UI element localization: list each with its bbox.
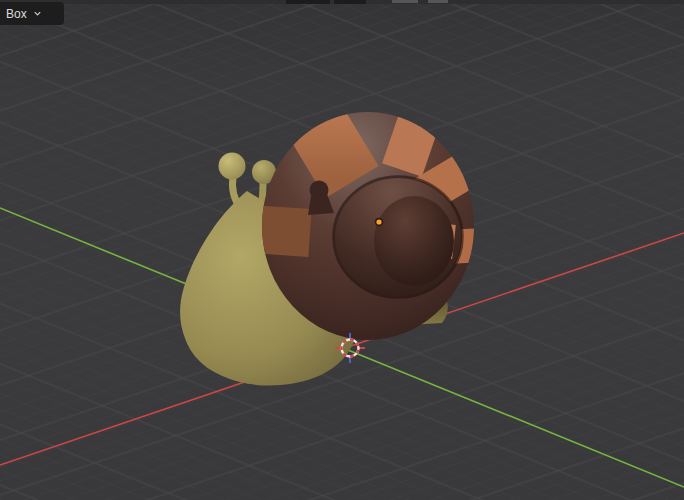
shell-center-knob xyxy=(374,196,454,286)
box-tool-dropdown[interactable]: Box xyxy=(0,2,64,25)
chevron-down-icon xyxy=(33,9,42,18)
header-cutoff-strip xyxy=(0,0,684,4)
snail-eyeball-left[interactable] xyxy=(219,153,246,180)
blender-viewport[interactable]: Box xyxy=(0,0,684,500)
box-tool-label: Box xyxy=(6,8,27,20)
scene-3d[interactable] xyxy=(0,0,684,500)
object-origin-dot[interactable] xyxy=(375,218,383,226)
